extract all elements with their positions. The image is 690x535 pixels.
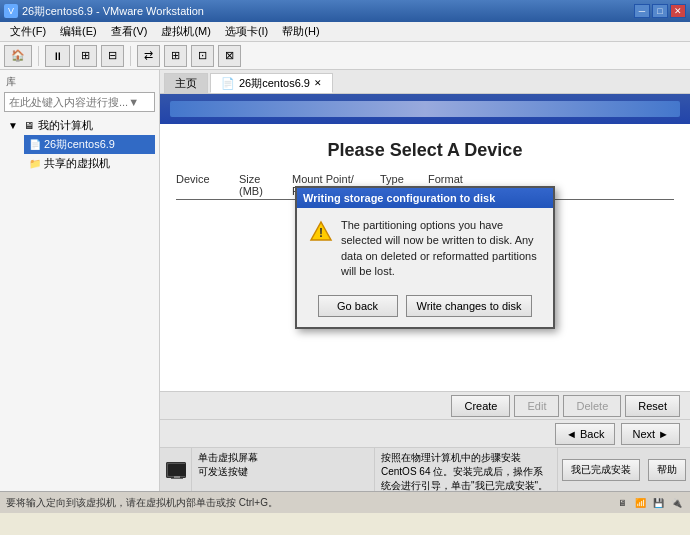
status-section-middle: 按照在物理计算机中的步骤安装 CentOS 64 位。安装完成后，操作系统会进行… [375,448,558,491]
tab-bar: 主页 📄 26期centos6.9 ✕ [160,70,690,94]
maximize-button[interactable]: □ [652,4,668,18]
dialog-buttons: Go back Write changes to disk [297,289,553,327]
main-layout: 库 ▼ 🖥 我的计算机 📄 26期centos6.9 📁 共享的虚拟机 [0,70,690,491]
title-bar-buttons: ─ □ ✕ [634,4,686,18]
expand-icon: ▼ [8,120,20,131]
delete-button[interactable]: Delete [563,395,621,417]
toolbar: 🏠 ⏸ ⊞ ⊟ ⇄ ⊞ ⊡ ⊠ [0,42,690,70]
dialog-content: ! The partitioning options you have sele… [297,208,553,290]
dialog-box: Writing storage configuration to disk ! … [295,186,555,330]
status-section-left: 单击虚拟屏幕 可发送按键 [192,448,375,491]
action-bar: Create Edit Delete Reset [160,391,690,419]
window-title: 26期centos6.9 - VMware Workstation [22,4,204,19]
edit-button[interactable]: Edit [514,395,559,417]
nav-bar: ◄ Back Next ► [160,419,690,447]
home-button[interactable]: 🏠 [4,45,32,67]
title-bar: V 26期centos6.9 - VMware Workstation ─ □ … [0,0,690,22]
create-button[interactable]: Create [451,395,510,417]
installer-body: Please Select A Device Device Size(MB) M… [160,124,690,391]
dialog-message: The partitioning options you have select… [341,218,541,280]
tab-vm-label: 26期centos6.9 [239,76,310,91]
status-left-text: 单击虚拟屏幕 可发送按键 [198,452,258,477]
vm-label: 26期centos6.9 [44,137,115,152]
menu-tab[interactable]: 选项卡(I) [219,23,274,41]
minimize-button[interactable]: ─ [634,4,650,18]
pause-button[interactable]: ⏸ [45,45,70,67]
tab-vm-icon: 📄 [221,77,235,90]
sidebar: 库 ▼ 🖥 我的计算机 📄 26期centos6.9 📁 共享的虚拟机 [0,70,160,491]
write-changes-button[interactable]: Write changes to disk [406,295,533,317]
vm-toolbar-btn3[interactable]: ⇄ [137,45,160,67]
svg-rect-2 [168,464,186,476]
svg-rect-4 [171,478,183,479]
vm-display: Please Select A Device Device Size(MB) M… [160,94,690,447]
vm-icon: 📄 [28,138,42,152]
search-input[interactable] [4,92,155,112]
svg-rect-3 [174,476,180,478]
vm-screen[interactable]: Please Select A Device Device Size(MB) M… [160,94,690,447]
tab-close-icon[interactable]: ✕ [314,78,322,88]
sidebar-label: 库 [4,74,155,90]
menu-bar: 文件(F) 编辑(E) 查看(V) 虚拟机(M) 选项卡(I) 帮助(H) [0,22,690,42]
svg-text:!: ! [319,226,323,240]
sidebar-child-tree: 📄 26期centos6.9 📁 共享的虚拟机 [4,135,155,173]
computer-icon: 🖥 [22,119,36,133]
monitor-icon [166,462,186,478]
done-button[interactable]: 我已完成安装 [562,459,640,481]
shared-label: 共享的虚拟机 [44,156,110,171]
sidebar-item-my-computer[interactable]: ▼ 🖥 我的计算机 [4,116,155,135]
vm-toolbar-btn1[interactable]: ⊞ [74,45,97,67]
warning-icon: ! [309,220,333,244]
sidebar-tree: ▼ 🖥 我的计算机 📄 26期centos6.9 📁 共享的虚拟机 [4,116,155,173]
bottom-text: 要将输入定向到该虚拟机，请在虚拟机内部单击或按 Ctrl+G。 [6,496,278,510]
sidebar-item-vm[interactable]: 📄 26期centos6.9 [24,135,155,154]
menu-file[interactable]: 文件(F) [4,23,52,41]
dialog-title-text: Writing storage configuration to disk [303,192,495,204]
toolbar-separator [38,46,39,66]
bottom-icon-3: 💾 [650,495,666,511]
tab-home[interactable]: 主页 [164,73,208,93]
app-icon: V [4,4,18,18]
tab-home-label: 主页 [175,76,197,91]
status-middle-text: 按照在物理计算机中的步骤安装 CentOS 64 位。安装完成后，操作系统会进行… [381,452,548,491]
go-back-button[interactable]: Go back [318,295,398,317]
content-area: 主页 📄 26期centos6.9 ✕ Please Select A Devi… [160,70,690,491]
bottom-icons: 🖥 📶 💾 🔌 [614,495,684,511]
menu-edit[interactable]: 编辑(E) [54,23,103,41]
installer-header-bar [170,101,680,117]
bottom-icon-1: 🖥 [614,495,630,511]
vm-toolbar-btn4[interactable]: ⊞ [164,45,187,67]
sidebar-item-shared[interactable]: 📁 共享的虚拟机 [24,154,155,173]
next-button[interactable]: Next ► [621,423,680,445]
reset-button[interactable]: Reset [625,395,680,417]
installer-header [160,94,690,124]
vm-toolbar-btn6[interactable]: ⊠ [218,45,241,67]
status-left [160,448,192,491]
bottom-icon-4: 🔌 [668,495,684,511]
toolbar-separator2 [130,46,131,66]
shared-icon: 📁 [28,157,42,171]
title-bar-left: V 26期centos6.9 - VMware Workstation [4,4,204,19]
menu-help[interactable]: 帮助(H) [276,23,325,41]
menu-view[interactable]: 查看(V) [105,23,154,41]
help-button[interactable]: 帮助 [648,459,686,481]
my-computer-label: 我的计算机 [38,118,93,133]
bottom-bar: 要将输入定向到该虚拟机，请在虚拟机内部单击或按 Ctrl+G。 🖥 📶 💾 🔌 [0,491,690,513]
status-sections: 单击虚拟屏幕 可发送按键 按照在物理计算机中的步骤安装 CentOS 64 位。… [192,448,558,491]
vm-toolbar-btn5[interactable]: ⊡ [191,45,214,67]
menu-vm[interactable]: 虚拟机(M) [155,23,217,41]
dialog-title-bar: Writing storage configuration to disk [297,188,553,208]
vm-toolbar-btn2[interactable]: ⊟ [101,45,124,67]
close-button[interactable]: ✕ [670,4,686,18]
status-bar: 单击虚拟屏幕 可发送按键 按照在物理计算机中的步骤安装 CentOS 64 位。… [160,447,690,491]
back-button[interactable]: ◄ Back [555,423,615,445]
bottom-icon-2: 📶 [632,495,648,511]
tab-vm[interactable]: 📄 26期centos6.9 ✕ [210,73,333,93]
dialog-overlay: Writing storage configuration to disk ! … [160,124,690,391]
